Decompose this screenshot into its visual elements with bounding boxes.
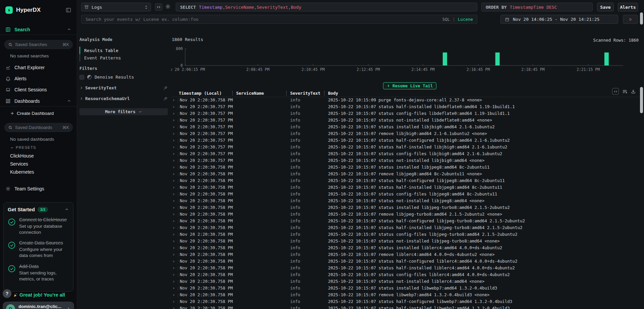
- saved-searches-field[interactable]: [15, 42, 62, 47]
- table-row[interactable]: ›Nov 20 2:20:30.757 PMinfo2025-10-22 10:…: [171, 118, 639, 124]
- table-row[interactable]: ›Nov 20 2:20:30.758 PMinfo2025-10-22 10:…: [171, 225, 639, 232]
- column-header-severitytext[interactable]: SeverityText: [290, 91, 320, 96]
- table-scrollbar-thumb[interactable]: [640, 87, 643, 113]
- row-expand-icon[interactable]: ›: [172, 118, 175, 123]
- presets-section-toggle[interactable]: PRESETS: [10, 145, 36, 149]
- resume-live-tail-button[interactable]: Resume Live Tail: [383, 82, 436, 89]
- chevron-up-icon[interactable]: [67, 99, 71, 103]
- table-row[interactable]: ›Nov 20 2:20:30.758 PMinfo2025-10-22 10:…: [171, 272, 639, 279]
- row-expand-icon[interactable]: ›: [172, 238, 175, 244]
- order-by-input[interactable]: ORDER BY TimestampTime DESC: [481, 3, 593, 11]
- get-started-item[interactable]: Create Data Sources Configure where your…: [4, 237, 73, 261]
- row-expand-icon[interactable]: ›: [172, 306, 175, 309]
- source-select[interactable]: Logs: [81, 3, 151, 11]
- denoise-results-row[interactable]: Denoise Results: [79, 75, 134, 80]
- get-started-header[interactable]: Get Started 3/3: [4, 203, 73, 214]
- language-toggle[interactable]: SQL | Lucene: [442, 17, 477, 22]
- saved-searches-input[interactable]: ⌘K: [4, 40, 73, 49]
- column-header-body[interactable]: Body: [328, 91, 338, 96]
- row-expand-icon[interactable]: ›: [172, 245, 175, 250]
- row-expand-icon[interactable]: ›: [172, 111, 175, 116]
- row-expand-icon[interactable]: ›: [172, 131, 175, 136]
- table-row[interactable]: ›Nov 20 2:20:30.758 PMinfo2025-10-22 10:…: [171, 306, 639, 309]
- table-row[interactable]: ›Nov 20 2:20:30.758 PMinfo2025-10-22 10:…: [171, 185, 639, 191]
- table-row[interactable]: ›Nov 20 2:20:30.758 PMinfo2025-10-22 10:…: [171, 292, 639, 299]
- table-row[interactable]: ›Nov 20 2:20:30.758 PMinfo2025-10-22 10:…: [171, 198, 639, 205]
- table-row[interactable]: ›Nov 20 2:20:30.758 PMinfo2025-10-22 10:…: [171, 171, 639, 178]
- events-histogram[interactable]: 0800Nov 20 2:06:15 PM2:08:45 PM2:10:45 P…: [171, 36, 641, 74]
- sidebar-item-search[interactable]: Search: [0, 26, 77, 34]
- more-filters-button[interactable]: More filters: [79, 108, 168, 115]
- chevron-up-icon[interactable]: [64, 207, 69, 212]
- saved-dashboards-input[interactable]: ⌘K: [4, 123, 73, 132]
- table-row[interactable]: ›Nov 20 2:20:30.758 PMinfo2025-10-22 10:…: [171, 178, 639, 185]
- table-row[interactable]: ›Nov 20 2:20:30.758 PMinfo2025-10-22 10:…: [171, 252, 639, 259]
- column-header-servicename[interactable]: ServiceName: [236, 91, 264, 96]
- get-started-item[interactable]: Add Data Start sending logs, metrics, or…: [4, 261, 73, 284]
- chevron-up-icon[interactable]: [67, 27, 71, 32]
- table-row[interactable]: ›Nov 20 2:20:30.758 PMinfo2025-10-22 10:…: [171, 238, 639, 245]
- edit-source-button[interactable]: [155, 3, 162, 11]
- event-search-bar[interactable]: SQL | Lucene: [81, 15, 477, 24]
- row-expand-icon[interactable]: ›: [172, 279, 175, 284]
- select-clause-input[interactable]: SELECT Timestamp ,ServiceName,SeverityTe…: [176, 3, 477, 11]
- table-row[interactable]: ›Nov 20 2:20:30.758 PMinfo2025-10-22 10:…: [171, 245, 639, 252]
- preset-services[interactable]: Services: [10, 161, 28, 167]
- row-expand-icon[interactable]: ›: [172, 232, 175, 237]
- table-row[interactable]: ›Nov 20 2:20:30.758 PMinfo2025-10-22 10:…: [171, 299, 639, 306]
- alerts-button[interactable]: Alerts: [618, 3, 638, 11]
- row-expand-icon[interactable]: ›: [172, 138, 175, 143]
- column-resize-handle[interactable]: [232, 91, 233, 95]
- row-expand-icon[interactable]: ›: [172, 252, 175, 257]
- page-scrollbar-thumb[interactable]: [640, 12, 643, 25]
- event-search-input[interactable]: [82, 17, 442, 22]
- column-resize-handle[interactable]: [324, 91, 325, 95]
- column-header-timestamp[interactable]: Timestamp (Local): [179, 91, 222, 96]
- code-view-button[interactable]: [612, 88, 619, 95]
- mode-results-table[interactable]: Results Table: [79, 47, 118, 54]
- row-expand-icon[interactable]: ›: [172, 171, 175, 176]
- denoise-checkbox[interactable]: [79, 75, 84, 80]
- table-row[interactable]: ›Nov 20 2:20:30.758 PMinfo2025-10-22 10:…: [171, 191, 639, 198]
- table-row[interactable]: ›Nov 20 2:20:30.758 PMinfo2025-10-22 10:…: [171, 285, 639, 292]
- table-row[interactable]: ›Nov 20 2:20:30.757 PMinfo2025-10-22 10:…: [171, 111, 639, 118]
- table-row[interactable]: ›Nov 20 2:20:30.758 PMinfo2025-10-22 10:…: [171, 97, 639, 104]
- sidebar-item-team-settings[interactable]: Team Settings: [0, 185, 77, 193]
- row-expand-icon[interactable]: ›: [172, 124, 175, 129]
- row-expand-icon[interactable]: ›: [172, 265, 175, 270]
- sidebar-item-client-sessions[interactable]: Client Sessions: [0, 86, 77, 94]
- sidebar-item-alerts[interactable]: Alerts: [0, 75, 77, 83]
- table-row[interactable]: ›Nov 20 2:20:30.757 PMinfo2025-10-22 10:…: [171, 131, 639, 138]
- row-expand-icon[interactable]: ›: [172, 218, 175, 223]
- table-row[interactable]: ›Nov 20 2:20:30.758 PMinfo2025-10-22 10:…: [171, 212, 639, 218]
- download-icon[interactable]: [631, 89, 636, 94]
- run-query-button[interactable]: [623, 15, 638, 24]
- row-expand-icon[interactable]: ›: [172, 178, 175, 183]
- user-menu[interactable]: D dominic.tran@clic... dominic.tran@clic…: [3, 302, 74, 309]
- table-row[interactable]: ›Nov 20 2:20:30.758 PMinfo2025-10-22 10:…: [171, 218, 639, 225]
- row-expand-icon[interactable]: ›: [172, 104, 175, 109]
- table-row[interactable]: ›Nov 20 2:20:30.758 PMinfo2025-10-22 10:…: [171, 232, 639, 238]
- row-expand-icon[interactable]: ›: [172, 198, 175, 203]
- create-dashboard-button[interactable]: Create Dashboard: [10, 111, 54, 116]
- row-expand-icon[interactable]: ›: [172, 259, 175, 264]
- save-button[interactable]: Save: [597, 3, 614, 11]
- help-button[interactable]: ?: [3, 289, 11, 298]
- table-row[interactable]: ›Nov 20 2:20:30.757 PMinfo2025-10-22 10:…: [171, 158, 639, 165]
- get-started-item[interactable]: Connect to ClickHouse Set up your databa…: [4, 214, 73, 237]
- mode-event-patterns[interactable]: Event Patterns: [79, 54, 121, 61]
- wrap-lines-icon[interactable]: [622, 89, 628, 94]
- lucene-toggle[interactable]: Lucene: [458, 17, 473, 22]
- sidebar-item-chart-explorer[interactable]: Chart Explorer: [0, 63, 77, 72]
- sidebar-item-dashboards[interactable]: Dashboards: [0, 97, 77, 105]
- row-expand-icon[interactable]: ›: [172, 165, 175, 170]
- table-row[interactable]: ›Nov 20 2:20:30.757 PMinfo2025-10-22 10:…: [171, 124, 639, 131]
- row-expand-icon[interactable]: ›: [172, 299, 175, 304]
- row-expand-icon[interactable]: ›: [172, 205, 175, 210]
- column-resize-handle[interactable]: [286, 91, 287, 95]
- preset-clickhouse[interactable]: ClickHouse: [10, 153, 34, 159]
- filter-group-resourceschemaurl[interactable]: ResourceSchemaUrl: [79, 96, 168, 101]
- table-row[interactable]: ›Nov 20 2:20:30.757 PMinfo2025-10-22 10:…: [171, 144, 639, 151]
- table-row[interactable]: ›Nov 20 2:20:30.758 PMinfo2025-10-22 10:…: [171, 205, 639, 212]
- table-row[interactable]: ›Nov 20 2:20:30.758 PMinfo2025-10-22 10:…: [171, 259, 639, 265]
